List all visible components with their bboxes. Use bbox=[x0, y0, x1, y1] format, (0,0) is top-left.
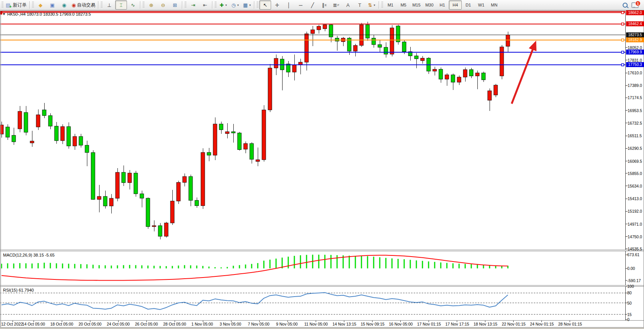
price-tick-label: 15855.0 bbox=[628, 171, 642, 176]
chart-dropdown-icon[interactable]: ▼ bbox=[2, 12, 6, 16]
price-tick-label: 16290.5 bbox=[628, 146, 642, 151]
date-axis-label: 14 Oct 05:00 bbox=[22, 322, 45, 326]
date-axis-label: 17 Nov 01:15 bbox=[417, 322, 441, 326]
price-level-badge[interactable]: 17750.3 bbox=[626, 62, 644, 67]
price-tick-label: 15192.0 bbox=[628, 209, 642, 213]
chart-canvas[interactable] bbox=[0, 0, 644, 329]
macd-axis-label: 0.00 bbox=[627, 266, 635, 271]
rsi-axis-label: 0 bbox=[627, 317, 630, 322]
date-axis-label: 20 Oct 05:00 bbox=[79, 322, 101, 326]
price-tick-label: 14971.0 bbox=[628, 222, 642, 226]
rsi-indicator-label: RSI(15) 61.7940 bbox=[3, 288, 34, 292]
date-axis-label: 15 Nov 09:15 bbox=[361, 322, 384, 326]
price-tick-label: 17831.0 bbox=[628, 58, 642, 63]
symbol-ohlc-text: HK50-,H4 18073.0 18330.5 17969.0 18273.5 bbox=[7, 12, 91, 16]
date-axis-label: 18 Nov 13:15 bbox=[474, 322, 497, 326]
date-axis-label: 26 Oct 05:00 bbox=[135, 322, 158, 326]
date-axis-label: 12 Oct 2022 bbox=[1, 322, 23, 326]
price-level-badge[interactable]: 18462.4 bbox=[626, 21, 644, 26]
price-tick-label: 14750.0 bbox=[628, 234, 642, 239]
rsi-axis-label: 15 bbox=[627, 312, 632, 317]
symbol-ohlc-line: ▼ HK50-,H4 18073.0 18330.5 17969.0 18273… bbox=[2, 12, 91, 16]
date-axis-label: 24 Oct 05:00 bbox=[107, 322, 130, 326]
date-axis-label: 9 Nov 05:00 bbox=[276, 322, 298, 326]
price-tick-label: 17174.5 bbox=[628, 95, 642, 100]
horizontal-scrollbar[interactable] bbox=[0, 327, 644, 329]
price-level-badge[interactable]: 18662.0 bbox=[626, 10, 644, 15]
price-tick-label: 17389.0 bbox=[628, 83, 642, 88]
trading-platform-window: ▤+新订单◆▣◉◉自动交易⊥⌶∿⊕⊖⊞⇥⇤✚▾◷▾▦▾↖✛│─╱∥E≣FAT⇅▾… bbox=[0, 0, 644, 329]
date-axis-label: 28 Nov 01:15 bbox=[558, 322, 582, 326]
macd-axis-label: -590.17 bbox=[627, 278, 641, 283]
rsi-axis-label: 100 bbox=[627, 284, 634, 289]
rsi-axis-label: 50 bbox=[627, 301, 632, 305]
price-level-badge[interactable]: 17969.9 bbox=[626, 50, 644, 55]
price-tick-label: 16069.5 bbox=[628, 159, 642, 164]
date-axis-label: 22 Nov 01:15 bbox=[502, 322, 525, 326]
price-tick-label: 14535.5 bbox=[628, 247, 642, 251]
price-tick-label: 16511.5 bbox=[628, 133, 642, 138]
price-tick-label: 17610.0 bbox=[628, 71, 642, 75]
macd-axis-label: 673.61 bbox=[627, 252, 639, 257]
date-axis-label: 1 Nov 05:00 bbox=[191, 322, 213, 326]
price-level-badge[interactable]: 18273.5 bbox=[626, 32, 644, 37]
date-axis-label: 11 Nov 05:00 bbox=[304, 322, 328, 326]
date-axis-label: 18 Oct 05:00 bbox=[50, 322, 73, 326]
price-tick-label: 16732.5 bbox=[628, 121, 642, 125]
price-tick-label: 18052.0 bbox=[628, 45, 642, 50]
date-axis-label: 3 Nov 05:00 bbox=[220, 322, 241, 326]
date-axis-label: 16 Nov 05:00 bbox=[389, 322, 413, 326]
price-tick-label: 16953.5 bbox=[628, 108, 642, 113]
price-level-badge[interactable]: 18182.9 bbox=[626, 37, 644, 42]
price-tick-label: 15413.0 bbox=[628, 196, 642, 201]
date-axis-label: 7 Nov 05:00 bbox=[248, 322, 270, 326]
date-axis-label: 28 Oct 05:00 bbox=[163, 322, 186, 326]
rsi-axis-label: 80 bbox=[627, 290, 632, 295]
date-axis-label: 14 Nov 13:15 bbox=[332, 322, 356, 326]
price-tick-label: 15634.0 bbox=[628, 184, 642, 188]
date-axis-label: 24 Nov 01:15 bbox=[530, 322, 554, 326]
date-axis-label: 17 Nov 17:15 bbox=[445, 322, 469, 326]
macd-indicator-label: MACD(12,26,9) 38.15 -5.65 bbox=[3, 253, 55, 257]
